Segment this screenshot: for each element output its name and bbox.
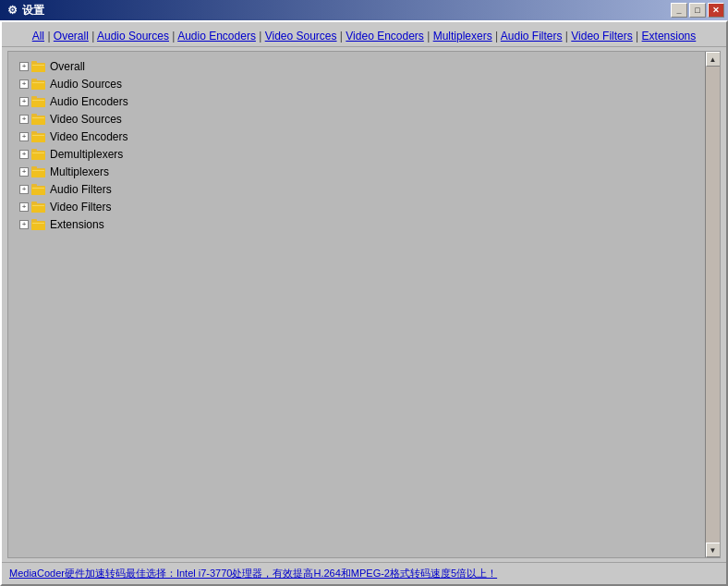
tree-item-label: Video Filters [50, 201, 111, 214]
expand-button[interactable]: + [19, 202, 29, 212]
expand-button[interactable]: + [19, 220, 29, 229]
nav-separator: | [492, 30, 501, 43]
tree-list: + Overall+ Audio Sources+ Audio Encoders… [8, 52, 720, 238]
tree-item-label: Demultiplexers [50, 148, 123, 161]
expand-button[interactable]: + [19, 167, 29, 177]
tree-item[interactable]: + Video Sources [18, 110, 720, 128]
folder-icon [31, 201, 46, 213]
tree-item[interactable]: + Overall [18, 57, 720, 75]
expand-button[interactable]: + [19, 150, 29, 159]
folder-icon [31, 165, 46, 177]
folder-icon [31, 130, 46, 142]
tree-item[interactable]: + Audio Sources [18, 75, 720, 92]
svg-rect-9 [32, 82, 44, 83]
svg-rect-31 [31, 166, 37, 169]
tree-item-label: Audio Filters [50, 183, 112, 196]
app-icon: ⚙ [6, 4, 18, 17]
svg-rect-1 [31, 61, 37, 64]
folder-icon [31, 148, 46, 160]
nav-separator: | [337, 30, 346, 43]
expand-button[interactable]: + [19, 62, 29, 71]
tree-item-label: Extensions [50, 218, 104, 231]
folder-icon [31, 60, 46, 72]
window-body: All | Overall | Audio Sources | Audio En… [0, 20, 728, 586]
svg-rect-29 [32, 153, 44, 153]
svg-rect-26 [31, 149, 37, 152]
nav-separator: | [256, 30, 265, 43]
nav-link-multiplexers[interactable]: Multiplexers [433, 30, 492, 43]
nav-separator: | [44, 30, 54, 43]
svg-rect-19 [32, 117, 44, 118]
title-bar-left: ⚙ 设置 [6, 3, 44, 18]
tree-item[interactable]: + Extensions [18, 215, 720, 233]
svg-rect-14 [32, 100, 44, 101]
svg-rect-44 [32, 205, 44, 206]
status-link[interactable]: MediaCoder硬件加速转码最佳选择：Intel i7-3770处理器，有效… [9, 567, 497, 580]
svg-rect-49 [32, 223, 44, 224]
nav-separator: | [424, 30, 433, 43]
scroll-track[interactable] [706, 67, 721, 543]
scroll-up-arrow[interactable]: ▲ [706, 52, 721, 67]
folder-icon [31, 113, 46, 125]
nav-separator: | [563, 30, 572, 43]
content-area: ▲ ▼ + Overall+ Audio Sources+ A [7, 51, 721, 558]
svg-rect-46 [31, 219, 37, 222]
tree-item-label: Video Encoders [50, 130, 128, 143]
svg-rect-11 [31, 96, 37, 99]
tree-item[interactable]: + Audio Filters [18, 180, 720, 198]
folder-icon [31, 78, 46, 90]
tree-item-label: Audio Encoders [50, 95, 128, 108]
svg-rect-16 [31, 114, 37, 116]
tree-item-label: Overall [50, 60, 85, 73]
expand-button[interactable]: + [19, 185, 29, 194]
title-bar-controls: _ □ ✕ [671, 3, 724, 18]
expand-button[interactable]: + [19, 132, 29, 141]
tree-item[interactable]: + Audio Encoders [18, 92, 720, 110]
nav-link-video-sources[interactable]: Video Sources [265, 30, 337, 43]
scroll-down-arrow[interactable]: ▼ [706, 543, 721, 557]
svg-rect-39 [32, 188, 44, 189]
svg-rect-4 [32, 65, 44, 66]
nav-link-video-encoders[interactable]: Video Encoders [346, 30, 424, 43]
folder-icon [31, 95, 46, 107]
tree-item[interactable]: + Video Filters [18, 198, 720, 215]
nav-link-overall[interactable]: Overall [54, 30, 89, 43]
svg-rect-34 [32, 170, 44, 171]
status-bar: MediaCoder硬件加速转码最佳选择：Intel i7-3770处理器，有效… [2, 562, 726, 584]
folder-icon [31, 183, 46, 195]
tree-item[interactable]: + Demultiplexers [18, 145, 720, 163]
folder-icon [31, 218, 46, 230]
expand-button[interactable]: + [19, 79, 29, 89]
scrollbar-right[interactable]: ▲ ▼ [705, 52, 720, 557]
title-bar: ⚙ 设置 _ □ ✕ [0, 0, 728, 20]
window-title: 设置 [22, 3, 44, 18]
maximize-button[interactable]: □ [689, 3, 706, 18]
nav-link-extensions[interactable]: Extensions [642, 30, 697, 43]
tree-item-label: Video Sources [50, 113, 122, 126]
nav-separator: | [633, 30, 642, 43]
close-button[interactable]: ✕ [708, 3, 724, 18]
nav-link-audio-filters[interactable]: Audio Filters [501, 30, 563, 43]
nav-links: All | Overall | Audio Sources | Audio En… [17, 30, 711, 43]
svg-rect-6 [31, 79, 37, 81]
nav-separator: | [169, 30, 177, 43]
nav-bar: All | Overall | Audio Sources | Audio En… [2, 22, 726, 47]
nav-separator: | [89, 30, 97, 43]
expand-button[interactable]: + [19, 115, 29, 124]
svg-rect-24 [32, 135, 44, 136]
svg-rect-36 [31, 184, 37, 187]
tree-item[interactable]: + Video Encoders [18, 128, 720, 145]
tree-item-label: Multiplexers [50, 165, 109, 178]
nav-link-all[interactable]: All [32, 30, 44, 43]
svg-rect-21 [31, 131, 37, 134]
nav-link-audio-encoders[interactable]: Audio Encoders [177, 30, 256, 43]
nav-link-video-filters[interactable]: Video Filters [571, 30, 632, 43]
expand-button[interactable]: + [19, 97, 29, 106]
svg-rect-41 [31, 201, 37, 204]
minimize-button[interactable]: _ [671, 3, 687, 18]
tree-item[interactable]: + Multiplexers [18, 163, 720, 180]
tree-item-label: Audio Sources [50, 78, 122, 91]
nav-link-audio-sources[interactable]: Audio Sources [97, 30, 169, 43]
